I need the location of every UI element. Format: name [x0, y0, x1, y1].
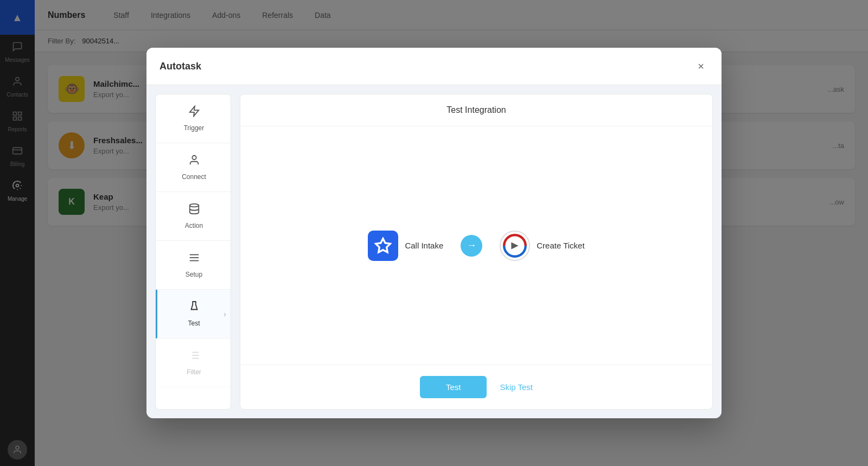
test-label: Test: [188, 320, 200, 327]
test-panel-header: Test Integration: [240, 94, 712, 126]
modal-close-button[interactable]: ×: [693, 59, 709, 74]
test-panel-title: Test Integration: [446, 105, 506, 114]
step-connect[interactable]: Connect: [156, 143, 231, 192]
svg-point-10: [192, 156, 196, 159]
skip-test-button[interactable]: Skip Test: [500, 382, 533, 392]
step-setup[interactable]: Setup: [156, 241, 231, 290]
flow-arrow-icon: →: [461, 235, 482, 257]
autotask-modal: Autotask × Trigger Connect: [146, 48, 722, 418]
flow-target-node: Create Ticket: [500, 231, 584, 261]
modal-header: Autotask ×: [146, 48, 722, 85]
test-panel: Test Integration Call Intake →: [240, 94, 713, 410]
svg-point-11: [189, 204, 199, 207]
step-filter: Filter: [156, 339, 231, 387]
filter-label-step: Filter: [187, 368, 201, 376]
test-icon: [188, 301, 200, 315]
modal-title: Autotask: [159, 61, 201, 72]
setup-label: Setup: [186, 271, 202, 278]
filter-icon: [188, 349, 200, 364]
action-icon: [188, 203, 200, 218]
modal-overlay: Autotask × Trigger Connect: [0, 0, 868, 466]
step-trigger[interactable]: Trigger: [156, 94, 231, 143]
trigger-icon: [188, 105, 200, 120]
connect-icon: [188, 154, 200, 169]
svg-marker-22: [376, 238, 391, 252]
integration-flow: Call Intake →: [368, 231, 584, 261]
autotask-logo-icon: [500, 231, 530, 261]
callintake-icon: [368, 231, 398, 261]
steps-sidebar: Trigger Connect Action: [155, 94, 231, 410]
setup-icon: [188, 252, 200, 266]
callintake-label: Call Intake: [405, 241, 443, 250]
step-test[interactable]: Test ›: [156, 290, 231, 339]
step-empty: [156, 387, 231, 409]
test-panel-body: Call Intake →: [240, 126, 712, 365]
modal-body: Trigger Connect Action: [146, 85, 722, 418]
action-label: Action: [185, 222, 203, 229]
svg-marker-9: [189, 106, 199, 116]
trigger-label: Trigger: [184, 124, 205, 132]
step-chevron-icon: ›: [224, 310, 226, 318]
flow-source-node: Call Intake: [368, 231, 443, 261]
connect-label: Connect: [182, 173, 206, 181]
step-action[interactable]: Action: [156, 192, 231, 241]
test-button[interactable]: Test: [420, 376, 487, 398]
test-panel-footer: Test Skip Test: [240, 365, 712, 409]
autotask-target-label: Create Ticket: [537, 241, 584, 250]
